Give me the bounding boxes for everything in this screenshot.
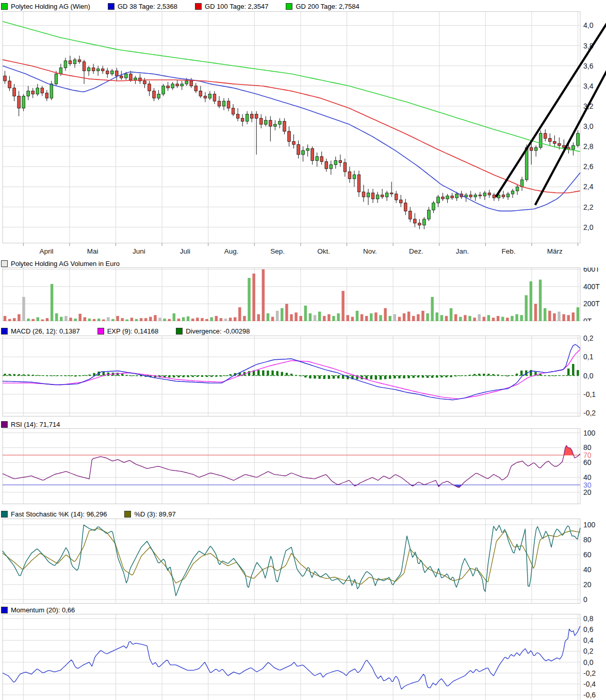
- legend-label-exp: EXP (9): 0,14168: [107, 327, 159, 335]
- svg-text:60: 60: [583, 551, 592, 559]
- macd-panel: 0,20,10,0-0,1-0,2: [0, 336, 606, 416]
- svg-text:März: März: [547, 247, 563, 255]
- svg-text:0: 0: [583, 595, 587, 604]
- svg-text:Nov.: Nov.: [363, 247, 377, 255]
- price-chart-legend: Polytec Holding AG (Wien) GD 38 Tage: 2,…: [0, 0, 606, 11]
- svg-text:Mai: Mai: [87, 247, 99, 255]
- svg-text:0,4: 0,4: [583, 636, 594, 644]
- series-color-swatch-icon: [124, 511, 131, 518]
- svg-text:200T: 200T: [583, 299, 600, 308]
- legend-item-stoch-d: %D (3): 89,97: [124, 510, 175, 518]
- svg-text:0T: 0T: [583, 317, 592, 321]
- price-candlestick-panel: 4,03,83,63,43,23,02,82,62,42,22,0: [0, 11, 606, 243]
- legend-label-stoch-d: %D (3): 89,97: [134, 510, 175, 518]
- svg-text:Okt.: Okt.: [317, 247, 330, 255]
- svg-text:Juni: Juni: [133, 247, 145, 255]
- svg-text:40: 40: [583, 565, 592, 574]
- legend-label-macd: MACD (26, 12): 0,1387: [11, 327, 80, 335]
- svg-text:-0,4: -0,4: [583, 680, 596, 688]
- svg-text:2,2: 2,2: [583, 203, 594, 211]
- svg-text:3,4: 3,4: [583, 82, 594, 90]
- series-color-swatch-icon: [195, 3, 202, 10]
- svg-text:100: 100: [583, 521, 596, 529]
- svg-text:3,6: 3,6: [583, 62, 594, 70]
- legend-label-momentum: Momentum (20): 0,66: [11, 606, 75, 614]
- legend-item-divergence: Divergence: -0,00298: [176, 327, 250, 335]
- svg-text:70: 70: [583, 451, 592, 459]
- series-color-swatch-icon: [1, 607, 8, 613]
- svg-text:100: 100: [583, 429, 596, 437]
- series-color-swatch-icon: [1, 3, 8, 10]
- legend-item-gd200: GD 200 Tage: 2,7584: [286, 3, 359, 10]
- svg-text:0,2: 0,2: [583, 647, 594, 655]
- legend-label-gd38: GD 38 Tage: 2,5368: [118, 3, 177, 10]
- svg-text:-0,2: -0,2: [583, 669, 596, 677]
- legend-item-gd38: GD 38 Tage: 2,5368: [108, 3, 177, 10]
- series-color-swatch-icon: [1, 328, 8, 335]
- svg-text:Feb.: Feb.: [502, 247, 516, 255]
- series-color-swatch-icon: [97, 328, 104, 335]
- svg-text:600T: 600T: [583, 268, 600, 273]
- momentum-panel: 0,80,60,40,20,0-0,2-0,4-0,6: [0, 614, 606, 700]
- svg-text:2,0: 2,0: [583, 223, 594, 231]
- rsi-panel: 100806040207030: [0, 428, 606, 504]
- series-color-swatch-icon: [1, 511, 8, 518]
- macd-legend: MACD (26, 12): 0,1387 EXP (9): 0,14168 D…: [0, 321, 606, 336]
- svg-text:20: 20: [583, 488, 592, 496]
- svg-text:Juli: Juli: [180, 247, 190, 255]
- svg-text:60: 60: [583, 458, 592, 466]
- month-axis: AprilMaiJuniJuliAug.Sep.Okt.Nov.Dez.Jan.…: [0, 243, 606, 259]
- svg-text:-0,2: -0,2: [583, 409, 596, 416]
- legend-item-momentum: Momentum (20): 0,66: [1, 606, 75, 614]
- volume-title: Polytec Holding AG Volumen in Euro: [11, 260, 120, 268]
- svg-text:4,0: 4,0: [583, 21, 594, 29]
- svg-text:Dez.: Dez.: [409, 247, 423, 255]
- stochastic-panel: 100806040200: [0, 519, 606, 604]
- legend-item-stoch-k: Fast Stochastic %K (14): 96,296: [1, 510, 107, 518]
- momentum-legend: Momentum (20): 0,66: [0, 604, 606, 614]
- legend-item-rsi: RSI (14): 71,714: [1, 421, 60, 428]
- svg-text:0,6: 0,6: [583, 625, 594, 634]
- svg-text:0,0: 0,0: [583, 658, 594, 666]
- svg-text:Aug.: Aug.: [224, 247, 239, 255]
- rsi-legend: RSI (14): 71,714: [0, 416, 606, 428]
- legend-item-volume: Polytec Holding AG Volumen in Euro: [1, 260, 120, 268]
- svg-text:0,0: 0,0: [583, 372, 594, 380]
- svg-text:2,6: 2,6: [583, 162, 594, 171]
- legend-label-rsi: RSI (14): 71,714: [11, 421, 60, 428]
- svg-text:Jan.: Jan.: [456, 247, 469, 255]
- volume-bar-panel: 600T400T200T0T: [0, 268, 606, 321]
- legend-label-gd100: GD 100 Tage: 2,3547: [205, 3, 268, 10]
- series-color-swatch-icon: [176, 328, 183, 335]
- svg-text:0,1: 0,1: [583, 353, 594, 361]
- svg-text:2,4: 2,4: [583, 182, 594, 191]
- svg-text:30: 30: [583, 481, 592, 489]
- series-color-swatch-icon: [108, 3, 114, 10]
- svg-text:400T: 400T: [583, 282, 600, 291]
- volume-legend: Polytec Holding AG Volumen in Euro: [0, 259, 606, 268]
- svg-text:-0,6: -0,6: [583, 691, 596, 699]
- svg-text:-0,1: -0,1: [583, 390, 596, 398]
- legend-item-gd100: GD 100 Tage: 2,3547: [195, 3, 268, 10]
- legend-label-stoch-k: Fast Stochastic %K (14): 96,296: [11, 510, 107, 518]
- svg-text:Sep.: Sep.: [270, 247, 285, 255]
- stochastic-legend: Fast Stochastic %K (14): 96,296 %D (3): …: [0, 504, 606, 519]
- svg-text:80: 80: [583, 536, 592, 544]
- legend-item-exp: EXP (9): 0,14168: [97, 327, 159, 335]
- chart-title: Polytec Holding AG (Wien): [11, 3, 90, 10]
- series-color-swatch-icon: [286, 3, 292, 10]
- svg-text:3,0: 3,0: [583, 122, 594, 130]
- series-color-swatch-icon: [1, 421, 8, 428]
- legend-label-divergence: Divergence: -0,00298: [186, 327, 250, 335]
- legend-item-macd: MACD (26, 12): 0,1387: [1, 327, 80, 335]
- svg-text:April: April: [40, 247, 54, 255]
- legend-label-gd200: GD 200 Tage: 2,7584: [296, 3, 359, 10]
- svg-text:2,8: 2,8: [583, 142, 594, 151]
- svg-text:0,2: 0,2: [583, 336, 594, 342]
- svg-text:0,8: 0,8: [583, 614, 594, 623]
- series-color-swatch-icon: [1, 260, 8, 267]
- svg-text:20: 20: [583, 580, 592, 589]
- legend-item-title: Polytec Holding AG (Wien): [1, 3, 90, 10]
